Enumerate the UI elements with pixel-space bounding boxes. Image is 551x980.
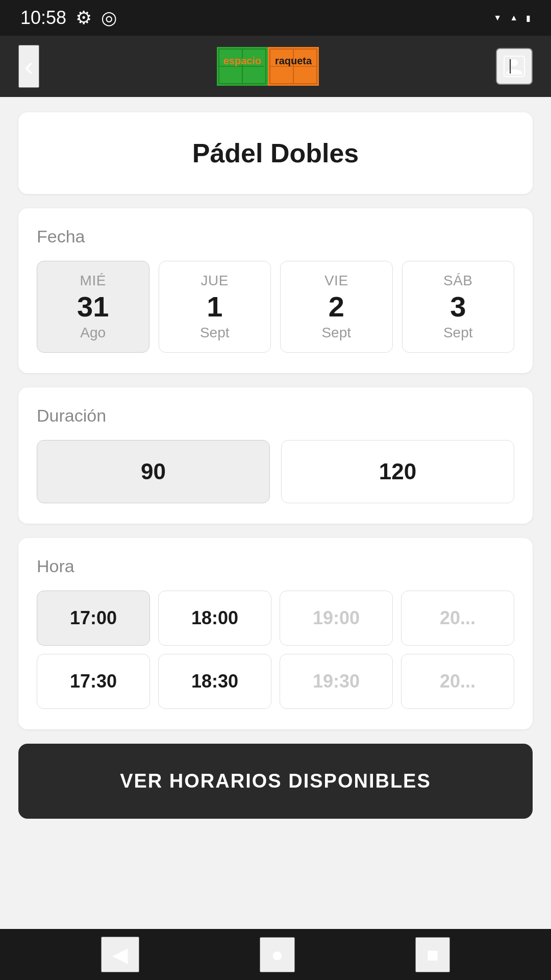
date-day-name: SÁB (408, 273, 509, 289)
hora-grid: 17:0018:0019:0020...17:3018:3019:3020... (37, 591, 514, 709)
duration-item-90[interactable]: 90 (37, 440, 270, 503)
hora-slot-2: 19:00 (280, 591, 393, 646)
svg-text:raqueta: raqueta (275, 55, 312, 66)
hora-label: Hora (37, 556, 514, 576)
hora-section: Hora 17:0018:0019:0020...17:3018:3019:30… (18, 538, 533, 729)
date-number: 31 (42, 291, 144, 323)
date-day-name: JUE (164, 273, 266, 289)
date-item-2[interactable]: VIE 2 Sept (280, 261, 393, 353)
time: 10:58 (20, 7, 66, 29)
back-button[interactable]: ‹ (18, 45, 39, 88)
fecha-label: Fecha (37, 227, 514, 247)
hora-slot-5[interactable]: 18:30 (158, 654, 271, 709)
app-logo: espacio raqueta (217, 47, 319, 86)
nav-recents-button[interactable]: ■ (415, 937, 450, 972)
duration-row: 90120 (37, 440, 514, 503)
hora-slot-7: 20... (401, 654, 514, 709)
date-number: 3 (408, 291, 509, 323)
date-month: Sept (286, 325, 387, 341)
svg-point-11 (511, 59, 518, 66)
nav-back-button[interactable]: ◀ (101, 937, 139, 972)
hora-slot-3: 20... (401, 591, 514, 646)
duracion-label: Duración (37, 406, 514, 426)
date-item-3[interactable]: SÁB 3 Sept (402, 261, 515, 353)
status-bar: 10:58 ⚙ ◎ ▼ ▲ ▮ (0, 0, 551, 36)
battery-icon: ▮ (526, 13, 531, 23)
nav-home-button[interactable]: ● (260, 937, 294, 972)
fecha-section: Fecha MIÉ 31 Ago JUE 1 Sept VIE 2 Sept S… (18, 208, 533, 373)
date-item-1[interactable]: JUE 1 Sept (159, 261, 271, 353)
date-month: Sept (164, 325, 266, 341)
status-right: ▼ ▲ ▮ (493, 13, 531, 23)
bottom-nav: ◀ ● ■ (0, 929, 551, 980)
duracion-section: Duración 90120 (18, 387, 533, 524)
duration-item-120[interactable]: 120 (281, 440, 514, 503)
signal-icon: ▲ (510, 13, 518, 22)
ver-horarios-button[interactable]: VER HORARIOS DISPONIBLES (18, 744, 533, 819)
date-item-0[interactable]: MIÉ 31 Ago (37, 261, 149, 353)
date-month: Ago (42, 325, 144, 341)
status-left: 10:58 ⚙ ◎ (20, 7, 117, 29)
main-content: Pádel Dobles Fecha MIÉ 31 Ago JUE 1 Sept… (0, 97, 551, 929)
svg-text:espacio: espacio (223, 55, 261, 66)
hora-slot-4[interactable]: 17:30 (37, 654, 150, 709)
date-number: 1 (164, 291, 266, 323)
logo-container: espacio raqueta (217, 47, 319, 86)
profile-button[interactable] (496, 48, 533, 85)
hora-slot-6: 19:30 (280, 654, 393, 709)
date-month: Sept (408, 325, 509, 341)
hora-slot-1[interactable]: 18:00 (158, 591, 271, 646)
profile-icon (503, 55, 525, 78)
top-nav: ‹ espacio raqueta (0, 36, 551, 97)
hora-slot-0[interactable]: 17:00 (37, 591, 150, 646)
date-day-name: MIÉ (42, 273, 144, 289)
date-number: 2 (286, 291, 387, 323)
title-card: Pádel Dobles (18, 112, 533, 194)
date-row: MIÉ 31 Ago JUE 1 Sept VIE 2 Sept SÁB 3 S… (37, 261, 514, 353)
radio-icon: ◎ (101, 7, 117, 29)
settings-icon: ⚙ (76, 7, 92, 29)
wifi-icon: ▼ (493, 13, 502, 22)
page-title: Pádel Dobles (39, 138, 512, 168)
date-day-name: VIE (286, 273, 387, 289)
